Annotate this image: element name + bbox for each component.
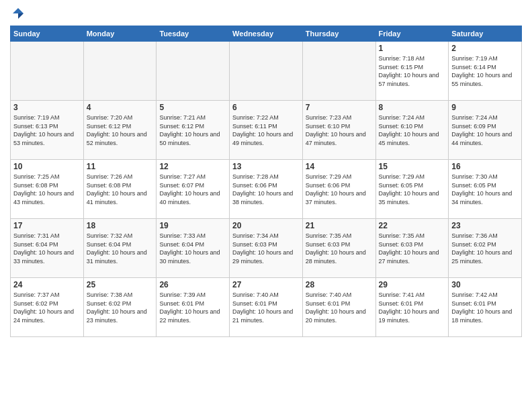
- day-info: Sunrise: 7:18 AM Sunset: 6:15 PM Dayligh…: [379, 54, 446, 88]
- day-number: 30: [451, 280, 519, 289]
- calendar-cell: 2Sunrise: 7:19 AM Sunset: 6:14 PM Daylig…: [449, 42, 522, 101]
- calendar-table: SundayMondayTuesdayWednesdayThursdayFrid…: [10, 26, 522, 337]
- day-info: Sunrise: 7:30 AM Sunset: 6:05 PM Dayligh…: [451, 173, 519, 206]
- day-info: Sunrise: 7:27 AM Sunset: 6:07 PM Dayligh…: [159, 173, 226, 206]
- day-info: Sunrise: 7:23 AM Sunset: 6:10 PM Dayligh…: [306, 113, 373, 147]
- calendar-cell: 6Sunrise: 7:22 AM Sunset: 6:11 PM Daylig…: [230, 101, 303, 160]
- day-number: 26: [159, 280, 226, 289]
- calendar-cell: [302, 42, 375, 101]
- day-info: Sunrise: 7:26 AM Sunset: 6:08 PM Dayligh…: [87, 173, 154, 206]
- day-number: 3: [13, 103, 81, 112]
- day-number: 9: [451, 103, 519, 112]
- calendar-cell: 9Sunrise: 7:24 AM Sunset: 6:09 PM Daylig…: [449, 101, 522, 160]
- weekday-header-wednesday: Wednesday: [230, 26, 303, 42]
- day-number: 27: [232, 280, 300, 289]
- day-number: 8: [379, 103, 446, 112]
- calendar-cell: 26Sunrise: 7:39 AM Sunset: 6:01 PM Dayli…: [157, 278, 230, 337]
- day-number: 10: [13, 162, 81, 171]
- day-info: Sunrise: 7:35 AM Sunset: 6:03 PM Dayligh…: [379, 232, 446, 265]
- weekday-header-sunday: Sunday: [11, 26, 84, 42]
- weekday-header-friday: Friday: [375, 26, 449, 42]
- day-info: Sunrise: 7:24 AM Sunset: 6:09 PM Dayligh…: [451, 113, 519, 147]
- calendar-week-3: 10Sunrise: 7:25 AM Sunset: 6:08 PM Dayli…: [11, 160, 522, 219]
- logo: [10, 7, 25, 20]
- day-number: 25: [87, 280, 154, 289]
- day-number: 24: [13, 280, 81, 289]
- calendar-cell: 24Sunrise: 7:37 AM Sunset: 6:02 PM Dayli…: [11, 278, 84, 337]
- day-info: Sunrise: 7:29 AM Sunset: 6:05 PM Dayligh…: [379, 173, 446, 206]
- calendar-cell: 19Sunrise: 7:33 AM Sunset: 6:04 PM Dayli…: [157, 219, 230, 278]
- calendar-cell: 27Sunrise: 7:40 AM Sunset: 6:01 PM Dayli…: [230, 278, 303, 337]
- header: [10, 7, 522, 20]
- calendar-week-4: 17Sunrise: 7:31 AM Sunset: 6:04 PM Dayli…: [11, 219, 522, 278]
- day-number: 6: [232, 103, 300, 112]
- svg-marker-0: [13, 8, 24, 13]
- calendar-cell: 13Sunrise: 7:28 AM Sunset: 6:06 PM Dayli…: [230, 160, 303, 219]
- calendar-cell: [157, 42, 230, 101]
- calendar-cell: 22Sunrise: 7:35 AM Sunset: 6:03 PM Dayli…: [375, 219, 449, 278]
- calendar-cell: 10Sunrise: 7:25 AM Sunset: 6:08 PM Dayli…: [11, 160, 84, 219]
- day-number: 29: [379, 280, 446, 289]
- day-number: 16: [451, 162, 519, 171]
- day-info: Sunrise: 7:37 AM Sunset: 6:02 PM Dayligh…: [13, 291, 81, 324]
- calendar-cell: [83, 42, 157, 101]
- calendar-cell: 29Sunrise: 7:41 AM Sunset: 6:01 PM Dayli…: [375, 278, 449, 337]
- day-number: 11: [87, 162, 154, 171]
- calendar-cell: 16Sunrise: 7:30 AM Sunset: 6:05 PM Dayli…: [449, 160, 522, 219]
- calendar-cell: 3Sunrise: 7:19 AM Sunset: 6:13 PM Daylig…: [11, 101, 84, 160]
- calendar-cell: 1Sunrise: 7:18 AM Sunset: 6:15 PM Daylig…: [375, 42, 449, 101]
- day-info: Sunrise: 7:24 AM Sunset: 6:10 PM Dayligh…: [379, 113, 446, 147]
- day-number: 21: [306, 221, 373, 230]
- day-info: Sunrise: 7:40 AM Sunset: 6:01 PM Dayligh…: [232, 291, 300, 324]
- calendar-cell: 20Sunrise: 7:34 AM Sunset: 6:03 PM Dayli…: [230, 219, 303, 278]
- day-info: Sunrise: 7:22 AM Sunset: 6:11 PM Dayligh…: [232, 113, 300, 147]
- day-number: 15: [379, 162, 446, 171]
- day-number: 22: [379, 221, 446, 230]
- calendar-cell: 23Sunrise: 7:36 AM Sunset: 6:02 PM Dayli…: [449, 219, 522, 278]
- day-number: 17: [13, 221, 81, 230]
- day-number: 13: [232, 162, 300, 171]
- day-number: 18: [87, 221, 154, 230]
- day-number: 14: [306, 162, 373, 171]
- calendar-cell: [230, 42, 303, 101]
- weekday-header-monday: Monday: [83, 26, 157, 42]
- day-info: Sunrise: 7:25 AM Sunset: 6:08 PM Dayligh…: [13, 173, 81, 206]
- calendar-cell: 4Sunrise: 7:20 AM Sunset: 6:12 PM Daylig…: [83, 101, 157, 160]
- calendar-cell: 30Sunrise: 7:42 AM Sunset: 6:01 PM Dayli…: [449, 278, 522, 337]
- day-number: 7: [306, 103, 373, 112]
- calendar-cell: 18Sunrise: 7:32 AM Sunset: 6:04 PM Dayli…: [83, 219, 157, 278]
- weekday-header-thursday: Thursday: [302, 26, 375, 42]
- day-number: 28: [306, 280, 373, 289]
- day-info: Sunrise: 7:28 AM Sunset: 6:06 PM Dayligh…: [232, 173, 300, 206]
- day-info: Sunrise: 7:29 AM Sunset: 6:06 PM Dayligh…: [306, 173, 373, 206]
- calendar-cell: 21Sunrise: 7:35 AM Sunset: 6:03 PM Dayli…: [302, 219, 375, 278]
- calendar-cell: 12Sunrise: 7:27 AM Sunset: 6:07 PM Dayli…: [157, 160, 230, 219]
- day-info: Sunrise: 7:41 AM Sunset: 6:01 PM Dayligh…: [379, 291, 446, 324]
- day-info: Sunrise: 7:42 AM Sunset: 6:01 PM Dayligh…: [451, 291, 519, 324]
- day-info: Sunrise: 7:32 AM Sunset: 6:04 PM Dayligh…: [87, 232, 154, 265]
- page-container: SundayMondayTuesdayWednesdayThursdayFrid…: [0, 0, 532, 344]
- calendar-week-1: 1Sunrise: 7:18 AM Sunset: 6:15 PM Daylig…: [11, 42, 522, 101]
- calendar-cell: 28Sunrise: 7:40 AM Sunset: 6:01 PM Dayli…: [302, 278, 375, 337]
- day-info: Sunrise: 7:21 AM Sunset: 6:12 PM Dayligh…: [159, 113, 226, 147]
- day-number: 1: [379, 44, 446, 53]
- calendar-cell: 15Sunrise: 7:29 AM Sunset: 6:05 PM Dayli…: [375, 160, 449, 219]
- day-info: Sunrise: 7:20 AM Sunset: 6:12 PM Dayligh…: [87, 113, 154, 147]
- day-number: 23: [451, 221, 519, 230]
- calendar-cell: 11Sunrise: 7:26 AM Sunset: 6:08 PM Dayli…: [83, 160, 157, 219]
- day-info: Sunrise: 7:34 AM Sunset: 6:03 PM Dayligh…: [232, 232, 300, 265]
- day-number: 19: [159, 221, 226, 230]
- calendar-cell: 25Sunrise: 7:38 AM Sunset: 6:02 PM Dayli…: [83, 278, 157, 337]
- day-info: Sunrise: 7:39 AM Sunset: 6:01 PM Dayligh…: [159, 291, 226, 324]
- calendar-cell: 17Sunrise: 7:31 AM Sunset: 6:04 PM Dayli…: [11, 219, 84, 278]
- weekday-header-tuesday: Tuesday: [157, 26, 230, 42]
- day-info: Sunrise: 7:19 AM Sunset: 6:14 PM Dayligh…: [451, 54, 519, 88]
- day-number: 2: [451, 44, 519, 53]
- day-number: 20: [232, 221, 300, 230]
- day-number: 12: [159, 162, 226, 171]
- calendar-cell: 7Sunrise: 7:23 AM Sunset: 6:10 PM Daylig…: [302, 101, 375, 160]
- calendar-cell: 5Sunrise: 7:21 AM Sunset: 6:12 PM Daylig…: [157, 101, 230, 160]
- day-info: Sunrise: 7:38 AM Sunset: 6:02 PM Dayligh…: [87, 291, 154, 324]
- calendar-cell: [11, 42, 84, 101]
- day-number: 4: [87, 103, 154, 112]
